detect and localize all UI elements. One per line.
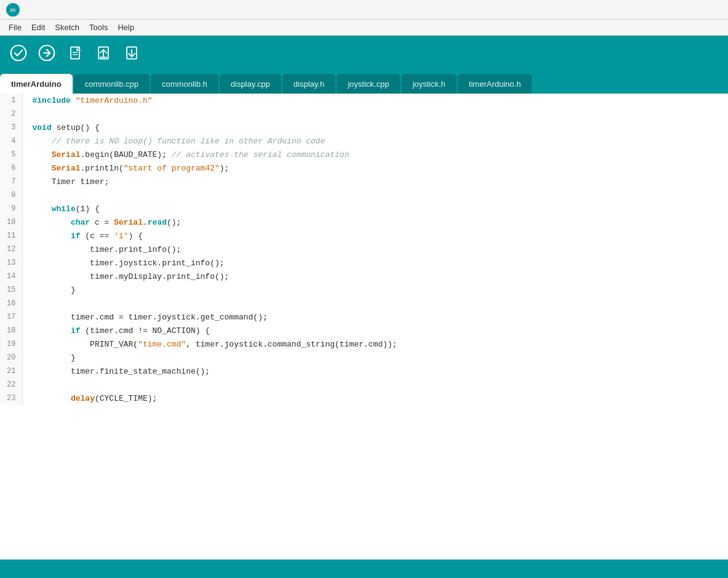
line-number-9: 9 bbox=[0, 202, 22, 215]
tab-joystick-h[interactable]: joystick.h bbox=[401, 74, 456, 94]
code-row-11: 11 if (c == 'i') { bbox=[0, 229, 728, 243]
code-line-11: if (c == 'i') { bbox=[22, 229, 728, 243]
code-line-20: } bbox=[22, 351, 728, 364]
open-button[interactable] bbox=[91, 41, 116, 65]
status-bar bbox=[0, 560, 728, 578]
line-number-19: 19 bbox=[0, 337, 22, 351]
tab-display-h[interactable]: display.h bbox=[282, 74, 335, 94]
svg-point-0 bbox=[11, 46, 26, 61]
code-line-8 bbox=[22, 188, 728, 202]
tab-commonlib-h[interactable]: commonlib.h bbox=[151, 74, 218, 94]
code-line-19: PRINT_VAR("time.cmd", timer.joystick.com… bbox=[22, 337, 728, 351]
code-row-23: 23 delay(CYCLE_TIME); bbox=[0, 391, 728, 405]
code-editor[interactable]: 1#include "timerArduino.h"23void setup()… bbox=[0, 94, 728, 560]
code-line-2 bbox=[22, 107, 728, 121]
code-line-15: } bbox=[22, 283, 728, 297]
code-row-17: 17 timer.cmd = timer.joystick.get_comman… bbox=[0, 310, 728, 324]
code-line-18: if (timer.cmd != NO_ACTION) { bbox=[22, 324, 728, 337]
code-line-3: void setup() { bbox=[22, 121, 728, 134]
code-line-5: Serial.begin(BAUD_RATE); // activates th… bbox=[22, 148, 728, 161]
arduino-logo bbox=[6, 3, 20, 17]
tab-joystick-cpp[interactable]: joystick.cpp bbox=[337, 74, 400, 94]
line-number-3: 3 bbox=[0, 121, 22, 134]
new-button[interactable] bbox=[63, 41, 87, 65]
code-line-17: timer.cmd = timer.joystick.get_command()… bbox=[22, 310, 728, 324]
line-number-21: 21 bbox=[0, 364, 22, 378]
code-table: 1#include "timerArduino.h"23void setup()… bbox=[0, 94, 728, 405]
line-number-6: 6 bbox=[0, 161, 22, 175]
verify-button[interactable] bbox=[6, 41, 31, 65]
code-line-22 bbox=[22, 378, 728, 391]
line-number-8: 8 bbox=[0, 188, 22, 202]
line-number-18: 18 bbox=[0, 324, 22, 337]
tab-display-cpp[interactable]: display.cpp bbox=[220, 74, 281, 94]
code-row-5: 5 Serial.begin(BAUD_RATE); // activates … bbox=[0, 148, 728, 161]
menu-item-help[interactable]: Help bbox=[113, 22, 139, 33]
menu-item-tools[interactable]: Tools bbox=[84, 22, 113, 33]
code-row-18: 18 if (timer.cmd != NO_ACTION) { bbox=[0, 324, 728, 337]
code-row-12: 12 timer.print_info(); bbox=[0, 243, 728, 256]
line-number-16: 16 bbox=[0, 297, 22, 310]
tab-commonlib-cpp[interactable]: commonlib.cpp bbox=[74, 74, 150, 94]
line-number-7: 7 bbox=[0, 175, 22, 188]
code-row-7: 7 Timer timer; bbox=[0, 175, 728, 188]
menu-bar: FileEditSketchToolsHelp bbox=[0, 20, 728, 36]
menu-item-edit[interactable]: Edit bbox=[26, 22, 50, 33]
code-row-16: 16 bbox=[0, 297, 728, 310]
tab-timerarduino[interactable]: timerArduino bbox=[0, 74, 73, 94]
menu-item-sketch[interactable]: Sketch bbox=[50, 22, 84, 33]
tab-timerarduino-h[interactable]: timerArduino.h bbox=[458, 74, 532, 94]
menu-item-file[interactable]: File bbox=[4, 22, 26, 33]
code-row-21: 21 timer.finite_state_machine(); bbox=[0, 364, 728, 378]
save-button[interactable] bbox=[119, 41, 144, 65]
code-row-6: 6 Serial.println("start of program42"); bbox=[0, 161, 728, 175]
code-line-7: Timer timer; bbox=[22, 175, 728, 188]
code-line-23: delay(CYCLE_TIME); bbox=[22, 391, 728, 405]
code-row-4: 4 // there is NO loop() function like in… bbox=[0, 134, 728, 148]
tab-bar: timerArduinocommonlib.cppcommonlib.hdisp… bbox=[0, 70, 728, 94]
line-number-4: 4 bbox=[0, 134, 22, 148]
line-number-22: 22 bbox=[0, 378, 22, 391]
line-number-15: 15 bbox=[0, 283, 22, 297]
code-row-13: 13 timer.joystick.print_info(); bbox=[0, 256, 728, 270]
code-row-15: 15 } bbox=[0, 283, 728, 297]
line-number-14: 14 bbox=[0, 270, 22, 283]
code-row-9: 9 while(1) { bbox=[0, 202, 728, 215]
code-line-12: timer.print_info(); bbox=[22, 243, 728, 256]
code-row-3: 3void setup() { bbox=[0, 121, 728, 134]
line-number-23: 23 bbox=[0, 391, 22, 405]
line-number-17: 17 bbox=[0, 310, 22, 324]
line-number-20: 20 bbox=[0, 351, 22, 364]
code-line-4: // there is NO loop() function like in o… bbox=[22, 134, 728, 148]
code-row-20: 20 } bbox=[0, 351, 728, 364]
line-number-2: 2 bbox=[0, 107, 22, 121]
code-line-6: Serial.println("start of program42"); bbox=[22, 161, 728, 175]
code-row-22: 22 bbox=[0, 378, 728, 391]
line-number-1: 1 bbox=[0, 94, 22, 107]
code-row-2: 2 bbox=[0, 107, 728, 121]
code-row-10: 10 char c = Serial.read(); bbox=[0, 215, 728, 229]
code-line-14: timer.myDisplay.print_info(); bbox=[22, 270, 728, 283]
toolbar bbox=[0, 36, 728, 70]
line-number-5: 5 bbox=[0, 148, 22, 161]
line-number-10: 10 bbox=[0, 215, 22, 229]
code-line-10: char c = Serial.read(); bbox=[22, 215, 728, 229]
line-number-11: 11 bbox=[0, 229, 22, 243]
code-row-14: 14 timer.myDisplay.print_info(); bbox=[0, 270, 728, 283]
svg-rect-2 bbox=[71, 47, 79, 58]
code-line-9: while(1) { bbox=[22, 202, 728, 215]
code-line-21: timer.finite_state_machine(); bbox=[22, 364, 728, 378]
code-row-19: 19 PRINT_VAR("time.cmd", timer.joystick.… bbox=[0, 337, 728, 351]
line-number-12: 12 bbox=[0, 243, 22, 256]
code-row-8: 8 bbox=[0, 188, 728, 202]
code-line-13: timer.joystick.print_info(); bbox=[22, 256, 728, 270]
code-row-1: 1#include "timerArduino.h" bbox=[0, 94, 728, 107]
upload-button[interactable] bbox=[34, 41, 59, 65]
line-number-13: 13 bbox=[0, 256, 22, 270]
title-bar bbox=[0, 0, 728, 20]
code-line-1: #include "timerArduino.h" bbox=[22, 94, 728, 107]
code-line-16 bbox=[22, 297, 728, 310]
